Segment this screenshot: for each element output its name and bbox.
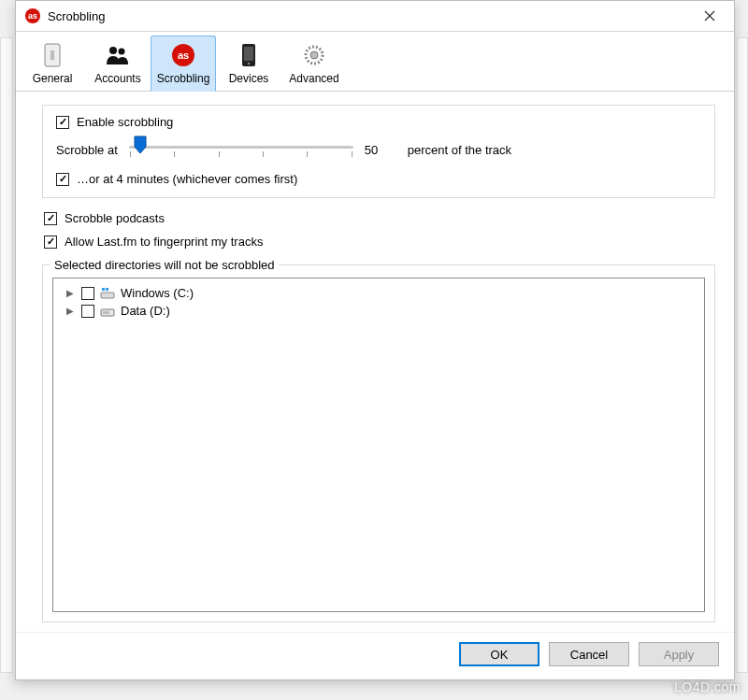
list-item[interactable]: ▶ Windows (C:): [57, 284, 700, 302]
scrobble-podcasts-checkbox[interactable]: [44, 212, 57, 225]
general-icon: [39, 42, 65, 68]
drive-d-icon: [100, 305, 115, 318]
dir-label: Data (D:): [121, 304, 170, 318]
tab-general[interactable]: General: [20, 36, 85, 91]
slider-prefix: Scrobble at: [56, 143, 118, 157]
chevron-right-icon[interactable]: ▶: [65, 306, 76, 316]
svg-rect-9: [101, 293, 114, 298]
content-panel: Enable scrobbling Scrobble at 50 percent…: [16, 92, 734, 632]
slider-suffix: percent of the track: [408, 143, 511, 157]
scrobble-group: Enable scrobbling Scrobble at 50 percent…: [42, 105, 715, 198]
svg-point-2: [109, 47, 117, 54]
dialog-buttons: OK Cancel Apply: [16, 632, 734, 679]
svg-point-8: [310, 51, 318, 59]
drive-c-icon: [100, 287, 115, 300]
dir-label: Windows (C:): [121, 286, 194, 300]
svg-rect-11: [106, 288, 108, 291]
lastfm-icon: as: [25, 8, 40, 23]
tab-devices[interactable]: Devices: [216, 36, 281, 91]
fingerprint-checkbox[interactable]: [44, 236, 57, 249]
svg-point-6: [248, 63, 250, 64]
list-item[interactable]: ▶ Data (D:): [57, 302, 700, 320]
ok-button[interactable]: OK: [459, 642, 539, 666]
watermark: LO4D.com: [674, 679, 741, 694]
enable-scrobbling-label[interactable]: Enable scrobbling: [77, 115, 173, 129]
cancel-button[interactable]: Cancel: [549, 642, 629, 666]
devices-icon: [236, 42, 262, 68]
directories-legend: Selected directories will not be scrobbl…: [50, 258, 279, 272]
chevron-right-icon[interactable]: ▶: [65, 288, 76, 298]
scrobbling-icon: as: [170, 42, 196, 68]
svg-rect-10: [102, 288, 105, 291]
apply-button[interactable]: Apply: [639, 642, 719, 666]
directory-list[interactable]: ▶ Windows (C:) ▶ Data (D:): [52, 278, 705, 612]
or-at-checkbox[interactable]: [56, 173, 69, 186]
tab-scrobbling[interactable]: as Scrobbling: [151, 36, 216, 92]
svg-rect-5: [244, 47, 253, 61]
window-title: Scrobbling: [48, 9, 105, 23]
close-button[interactable]: [691, 3, 728, 29]
directories-group: Selected directories will not be scrobbl…: [42, 258, 715, 622]
svg-point-3: [119, 49, 125, 55]
dir-checkbox[interactable]: [81, 305, 94, 318]
svg-rect-1: [50, 50, 54, 60]
slider-value: 50: [365, 143, 391, 157]
or-at-label[interactable]: …or at 4 minutes (whichever comes first): [77, 172, 297, 186]
enable-scrobbling-checkbox[interactable]: [56, 116, 69, 129]
tab-toolbar: General Accounts as Scrobbling Devices A…: [16, 32, 734, 92]
tab-advanced[interactable]: Advanced: [281, 36, 347, 91]
svg-rect-13: [103, 311, 109, 314]
gear-icon: [301, 42, 327, 68]
accounts-icon: [105, 42, 131, 68]
titlebar: as Scrobbling: [16, 1, 734, 31]
scrobble-percent-slider[interactable]: [129, 136, 353, 163]
scrobble-podcasts-label[interactable]: Scrobble podcasts: [65, 211, 165, 225]
tab-accounts[interactable]: Accounts: [85, 36, 151, 91]
fingerprint-label[interactable]: Allow Last.fm to fingerprint my tracks: [65, 235, 263, 249]
dialog-window: as Scrobbling General Accounts as Scrobb…: [15, 0, 735, 680]
dir-checkbox[interactable]: [81, 287, 94, 300]
